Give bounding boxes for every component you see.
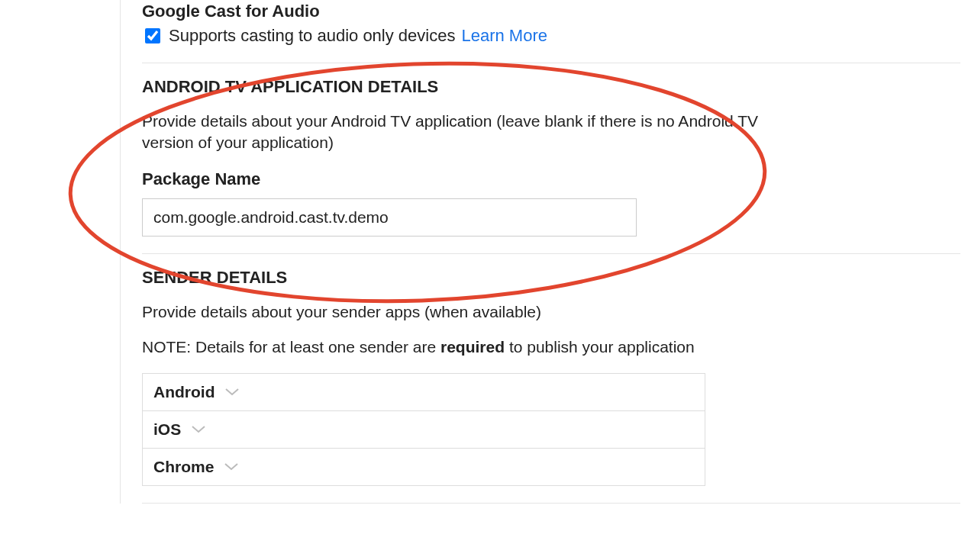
chevron-down-icon [225, 388, 239, 396]
learn-more-link[interactable]: Learn More [461, 26, 547, 46]
sender-note-required: required [440, 338, 505, 356]
android-tv-description: Provide details about your Android TV ap… [142, 111, 814, 154]
platform-row-chrome[interactable]: Chrome [143, 449, 705, 485]
package-name-label: Package Name [142, 169, 960, 189]
section-cast-audio: Google Cast for Audio Supports casting t… [142, 0, 960, 63]
section-android-tv: ANDROID TV APPLICATION DETAILS Provide d… [142, 63, 960, 254]
chevron-down-icon [192, 426, 205, 433]
sender-note-suffix: to publish your application [505, 338, 695, 356]
sender-heading: SENDER DETAILS [142, 268, 960, 288]
platform-row-ios[interactable]: iOS [143, 411, 705, 449]
sender-note: NOTE: Details for at least one sender ar… [142, 338, 960, 356]
sender-description: Provide details about your sender apps (… [142, 301, 814, 323]
chevron-down-icon [224, 463, 238, 471]
cast-audio-heading: Google Cast for Audio [142, 2, 960, 21]
sender-platform-list: Android iOS Chrome [142, 373, 705, 486]
platform-label-chrome: Chrome [153, 458, 214, 476]
cast-audio-checkbox-label: Supports casting to audio only devices [169, 26, 455, 46]
section-sender-details: SENDER DETAILS Provide details about you… [142, 254, 960, 504]
platform-row-android[interactable]: Android [143, 374, 705, 411]
cast-audio-checkbox-row[interactable]: Supports casting to audio only devices L… [142, 26, 960, 46]
package-name-input[interactable] [142, 198, 637, 237]
platform-label-ios: iOS [153, 420, 181, 439]
sender-note-prefix: NOTE: Details for at least one sender ar… [142, 338, 440, 356]
platform-label-android: Android [153, 383, 215, 401]
android-tv-heading: ANDROID TV APPLICATION DETAILS [142, 77, 960, 97]
cast-audio-checkbox[interactable] [145, 28, 160, 43]
